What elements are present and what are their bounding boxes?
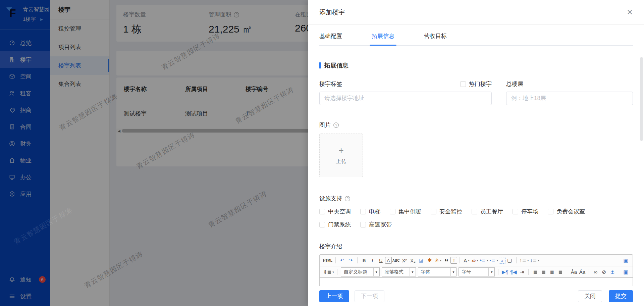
unlink-icon[interactable]: ⊘ [600,268,608,276]
subscript-icon[interactable]: X₂ [409,256,417,265]
paste-text-icon[interactable]: T [450,257,457,264]
media-icon[interactable]: ▣ [622,268,630,276]
facility-checkbox[interactable]: 安全监控 [431,208,462,215]
facility-checkbox[interactable]: 集中供暖 [390,208,421,215]
inline-block-icon[interactable]: a [499,257,505,264]
drawer-scrollbar-thumb[interactable] [640,57,643,141]
checkbox-box-icon[interactable] [360,209,366,214]
italic-icon[interactable]: I [368,256,377,265]
font-color-icon[interactable]: A [462,256,471,265]
total-floors-input[interactable] [506,92,633,105]
ordered-list-icon[interactable]: ¹≣ [479,256,489,265]
editor-content-area[interactable] [320,277,633,286]
floors-field-label: 总楼层 [506,80,523,88]
tab-基础配置[interactable]: 基础配置 [319,32,342,45]
align-left-icon[interactable]: ≣ [531,268,539,276]
indent-first-icon[interactable]: ▶¶ [501,268,509,276]
facility-checkbox[interactable]: 员工餐厅 [472,208,503,215]
checkbox-box-icon[interactable] [319,209,325,214]
lowercase-icon[interactable]: Áa [578,268,586,276]
chevron-down-icon: ▼ [410,268,416,276]
editor-toolbar-row1: HTML↶↷BIUAABCX²X₂◪✱✳“TAab¹≣•≣a▢↑≣↓≣▣ [320,255,633,266]
checkbox-box-icon[interactable] [360,222,366,227]
submit-button[interactable]: 提交 [609,290,633,302]
format-brush-icon[interactable]: ✱ [425,256,434,265]
facility-checkbox[interactable]: 停车场 [513,208,538,215]
help-icon[interactable]: ? [333,122,339,128]
checkbox-box-icon[interactable] [548,209,553,214]
undo-icon[interactable]: ↶ [338,256,346,265]
indent-icon[interactable]: ⇥ [518,268,526,276]
checkbox-box-icon[interactable] [390,209,395,214]
facilities-field-label: 设施支持 ? [319,195,633,202]
drawer-body: 拓展信息 楼宇标签 热门楼宇 总楼层 [308,50,644,286]
magic-color-icon[interactable]: ✳ [434,256,442,265]
strikethrough-icon[interactable]: ABC [392,256,400,265]
svg-text:?: ? [346,197,348,201]
checkbox-box-icon[interactable] [319,222,325,227]
space-after-icon[interactable]: ↓≣ [530,256,540,265]
facility-checkbox[interactable]: 中央空调 [319,208,351,215]
next-step-button[interactable]: 下一项 [355,290,384,302]
font-box-icon[interactable]: A [385,257,392,264]
close-button[interactable]: 关闭 [578,290,602,302]
plus-icon: + [338,146,343,155]
checkbox-box-icon[interactable] [431,209,436,214]
link-icon[interactable]: ∞ [591,268,600,276]
facility-checkbox[interactable]: 门禁系统 [319,221,351,228]
heading-select[interactable]: 自定义标题▼ [341,267,380,276]
highlight-icon[interactable]: ab [471,256,479,265]
chevron-down-icon: ▼ [373,268,379,276]
superscript-icon[interactable]: X² [400,256,409,265]
image-field-label: 图片 ? [319,121,633,129]
svg-text:?: ? [335,123,337,127]
intro-field-label: 楼宇介绍 [319,243,633,250]
chevron-down-icon: ▼ [450,268,457,276]
align-center-icon[interactable]: ≣ [539,268,548,276]
help-icon[interactable]: ? [344,196,351,202]
checkbox-box-icon[interactable] [513,209,518,214]
editor-toolbar-row2: ⇕≣自定义标题▼段落格式▼字体▼字号▼▶¶¶◀⇥≣≣≣≣ÂaÁa∞⊘⚓▣ [320,266,633,277]
paragraph-select[interactable]: 段落格式▼ [382,267,416,276]
bold-icon[interactable]: B [360,256,368,265]
fullscreen-icon[interactable]: ▣ [622,256,630,265]
rich-text-editor: HTML↶↷BIUAABCX²X₂◪✱✳“TAab¹≣•≣a▢↑≣↓≣▣ ⇕≣自… [319,254,633,286]
section-accent-bar [319,62,321,68]
tag-field-label: 楼宇标签 [319,80,342,88]
checkbox-box-icon[interactable] [460,81,466,87]
anchor-icon[interactable]: ⚓ [608,268,616,276]
prev-step-button[interactable]: 上一项 [319,290,349,302]
facility-checkbox[interactable]: 免费会议室 [548,208,585,215]
drawer-tabs: 基础配置拓展信息营收目标 [319,32,633,46]
building-address-input[interactable] [319,92,492,105]
space-before-icon[interactable]: ↑≣ [519,256,530,265]
tab-拓展信息[interactable]: 拓展信息 [372,32,394,45]
drawer-title: 添加楼宇 [319,8,345,17]
close-icon[interactable]: ✕ [627,9,633,16]
drawer-footer: 上一项 下一项 关闭 提交 [308,286,644,306]
align-right-icon[interactable]: ≣ [548,268,556,276]
font-size-select[interactable]: 字号▼ [459,267,495,276]
remove-format-icon[interactable]: ◪ [417,256,425,265]
underline-icon[interactable]: U [377,256,385,265]
add-building-drawer: 添加楼宇 ✕ 基础配置拓展信息营收目标 拓展信息 楼宇标签 热门楼宇 [308,0,644,306]
image-upload-button[interactable]: + 上传 [319,134,363,177]
line-height-icon[interactable]: ⇕≣ [322,268,335,276]
uppercase-icon[interactable]: Âa [570,268,578,276]
unordered-list-icon[interactable]: •≣ [489,256,499,265]
chevron-down-icon: ▼ [488,268,494,276]
facility-checkbox[interactable]: 高速宽带 [360,221,392,228]
facility-checkbox[interactable]: 电梯 [360,208,380,215]
new-page-icon[interactable]: ▢ [505,256,514,265]
font-family-select[interactable]: 字体▼ [418,267,457,276]
align-justify-icon[interactable]: ≣ [556,268,565,276]
html-source-icon[interactable]: HTML [322,256,333,265]
quote-icon[interactable]: “ [442,256,450,265]
checkbox-box-icon[interactable] [472,209,477,214]
tab-营收目标[interactable]: 营收目标 [424,32,447,45]
hot-building-checkbox[interactable]: 热门楼宇 [460,80,492,88]
redo-icon[interactable]: ↷ [346,256,355,265]
rtl-paragraph-icon[interactable]: ¶◀ [509,268,518,276]
section-title: 拓展信息 [319,61,633,69]
